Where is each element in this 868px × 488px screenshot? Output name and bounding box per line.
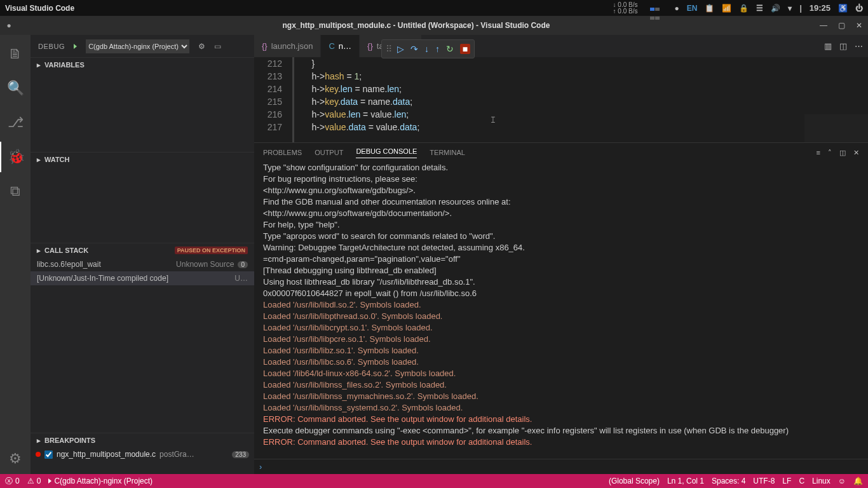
file-type-icon: {} [367, 41, 373, 51]
tab-problems[interactable]: PROBLEMS [263, 149, 302, 156]
status-indent[interactable]: Spaces: 4 [712, 477, 745, 485]
system-tray: ↓ 0.0 B/s↑ 0.0 B/s ● EN 📋 📶 🔒 ☰ 🔊 ▾ | 19… [613, 2, 863, 15]
step-out-button[interactable]: ↑ [435, 44, 440, 54]
volume-icon[interactable]: 🔊 [771, 4, 780, 13]
editor-tab[interactable]: {}launch.json [254, 35, 321, 57]
activity-bar: 🗎 🔍 ⎇ 🐞 ⧉ ⚙ [0, 35, 31, 474]
restart-button[interactable]: ↻ [446, 44, 454, 54]
breakpoint-checkbox[interactable] [44, 451, 53, 459]
minimize-button[interactable]: — [815, 21, 832, 30]
status-debug-target[interactable]: C(gdb Attach)-nginx (Project) [48, 477, 153, 485]
status-scope[interactable]: (Global Scope) [609, 477, 660, 485]
dirty-indicator: ● [0, 21, 18, 30]
editor-tabs: {}launch.jsonCn…{}tasks.json ▥ ◫ ⋯ [254, 35, 868, 57]
debug-console-toggle-icon[interactable]: ▭ [214, 42, 221, 51]
stack-frame[interactable]: libc.so.6!epoll_waitUnknown Source0 [31, 257, 254, 271]
status-eol[interactable]: LF [782, 477, 791, 485]
start-debug-button[interactable] [74, 44, 77, 49]
window-title-bar: ● ngx_http_multipost_module.c - Untitled… [0, 16, 868, 35]
tab-label: launch.json [271, 41, 313, 51]
lock-icon[interactable]: 🔒 [739, 4, 749, 13]
power-icon[interactable]: ⏻ [855, 4, 863, 13]
split-editor-icon[interactable]: ◫ [839, 41, 847, 51]
menu-icon[interactable]: ☰ [756, 4, 763, 13]
continue-button[interactable]: ▷ [397, 44, 404, 54]
breakpoints-section-header[interactable]: ▸ BREAKPOINTS [31, 433, 254, 447]
stack-frame[interactable]: [Unknown/Just-In-Time compiled code]U… [31, 271, 254, 285]
divider: | [799, 4, 801, 13]
step-over-button[interactable]: ↷ [410, 44, 418, 54]
debug-toolbar[interactable]: ⠿ ▷ ↷ ↓ ↑ ↻ ■ [381, 39, 475, 58]
status-errors[interactable]: ⓧ 0 [5, 476, 20, 487]
maximize-button[interactable]: ▢ [832, 21, 850, 30]
status-cursor-pos[interactable]: Ln 1, Col 1 [667, 477, 704, 485]
settings-gear-icon[interactable]: ⚙ [0, 444, 31, 474]
tab-debug-console[interactable]: DEBUG CONSOLE [356, 147, 417, 158]
file-type-icon: {} [262, 41, 268, 51]
panel-maximize-icon[interactable]: ◫ [839, 149, 846, 157]
watch-section-header[interactable]: ▸ WATCH [31, 152, 254, 166]
editor-tab[interactable]: Cn… [321, 35, 360, 57]
status-bar: ⓧ 0 ⚠ 0 C(gdb Attach)-nginx (Project) (G… [0, 474, 868, 488]
editor[interactable]: 212 213 214 215 216 217 } h->hash = 1; h… [254, 57, 868, 142]
bottom-panel: PROBLEMS OUTPUT DEBUG CONSOLE TERMINAL ≡… [254, 142, 868, 474]
debug-header-label: DEBUG [38, 43, 65, 50]
debug-console-output[interactable]: Type "show configuration" for configurat… [254, 162, 868, 459]
breakpoint-row[interactable]: ngx_http_multipost_module.c postGra…233 [31, 447, 254, 461]
debug-sidebar: DEBUG C(gdb Attach)-nginx (Project) ⚙ ▭ … [31, 35, 254, 474]
paused-badge: PAUSED ON EXCEPTION [175, 247, 248, 254]
status-os[interactable]: Linux [812, 477, 831, 485]
breakpoint-dot-icon [36, 452, 41, 457]
search-icon[interactable]: 🔍 [0, 73, 31, 104]
drag-handle-icon[interactable]: ⠿ [386, 44, 391, 54]
debug-header: DEBUG C(gdb Attach)-nginx (Project) ⚙ ▭ [31, 35, 254, 57]
tab-output[interactable]: OUTPUT [315, 149, 343, 156]
chevron-down-icon[interactable]: ▾ [788, 4, 792, 13]
gutter: 212 213 214 215 216 217 [254, 57, 292, 142]
stop-button[interactable]: ■ [460, 44, 470, 54]
system-top-bar: Visual Studio Code ↓ 0.0 B/s↑ 0.0 B/s ● … [0, 0, 868, 16]
variables-section-header[interactable]: ▸ VARIABLES [31, 58, 254, 72]
network-speed: ↓ 0.0 B/s↑ 0.0 B/s [613, 2, 638, 15]
wifi-icon[interactable]: 📶 [722, 4, 731, 13]
record-icon[interactable]: ● [674, 4, 679, 13]
status-warnings[interactable]: ⚠ 0 [27, 477, 41, 485]
code-content[interactable]: } h->hash = 1; h->key.len = name.len; h-… [292, 57, 868, 142]
open-preview-icon[interactable]: ▥ [824, 41, 832, 51]
callstack-section-header[interactable]: ▸ CALL STACK PAUSED ON EXCEPTION [31, 243, 254, 257]
panel-clear-icon[interactable]: ≡ [817, 149, 820, 157]
tab-label: n… [339, 41, 351, 51]
clipboard-icon[interactable]: 📋 [705, 4, 714, 13]
debug-icon[interactable]: 🐞 [0, 142, 31, 172]
extensions-icon[interactable]: ⧉ [0, 176, 31, 207]
status-notifications-icon[interactable]: 🔔 [853, 477, 863, 485]
status-feedback-icon[interactable]: ☺ [838, 477, 846, 485]
debug-repl[interactable]: › [254, 459, 868, 474]
panel-close-icon[interactable]: ✕ [853, 149, 859, 157]
panel-tabs: PROBLEMS OUTPUT DEBUG CONSOLE TERMINAL ≡… [254, 143, 868, 162]
explorer-icon[interactable]: 🗎 [0, 39, 31, 69]
step-into-button[interactable]: ↓ [424, 44, 429, 54]
editor-group: {}launch.jsonCn…{}tasks.json ▥ ◫ ⋯ 212 2… [254, 35, 868, 474]
debug-config-gear-icon[interactable]: ⚙ [198, 42, 205, 51]
tab-terminal[interactable]: TERMINAL [430, 149, 465, 156]
scm-icon[interactable]: ⎇ [0, 107, 31, 138]
more-actions-icon[interactable]: ⋯ [855, 41, 863, 51]
keyboard-layout[interactable]: EN [687, 4, 698, 13]
debug-repl-input[interactable] [266, 462, 863, 471]
close-button[interactable]: ✕ [850, 21, 868, 30]
clock[interactable]: 19:25 [810, 3, 831, 13]
window-title: ngx_http_multipost_module.c - Untitled (… [18, 21, 815, 30]
workspace-indicator[interactable] [650, 4, 661, 12]
status-encoding[interactable]: UTF-8 [753, 477, 775, 485]
panel-collapse-icon[interactable]: ˄ [828, 149, 832, 157]
status-language[interactable]: C [799, 477, 804, 485]
app-name: Visual Studio Code [5, 4, 74, 13]
debug-config-select[interactable]: C(gdb Attach)-nginx (Project) [86, 39, 189, 53]
a11y-icon[interactable]: ♿ [838, 4, 848, 13]
file-type-icon: C [329, 41, 334, 51]
